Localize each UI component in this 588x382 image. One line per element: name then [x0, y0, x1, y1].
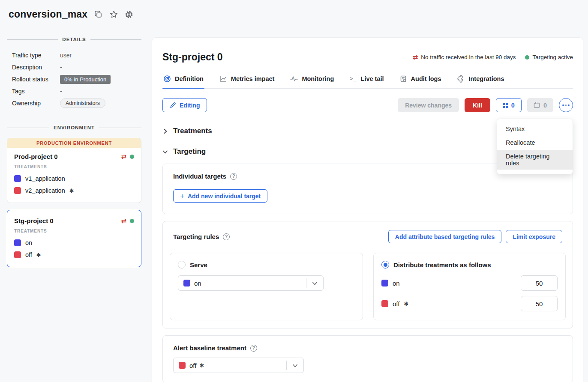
- default-treatment-icon: ✱: [199, 362, 204, 369]
- rules-count-button[interactable]: 0: [496, 98, 522, 112]
- treatment-item: on: [14, 237, 134, 249]
- treatments-heading: TREATMENTS: [14, 164, 134, 169]
- distribute-label: Distribute treatments as follows: [393, 261, 491, 269]
- details-heading: DETAILS: [7, 37, 141, 42]
- detail-row-tags: Tags -: [12, 86, 141, 97]
- add-attribute-rules-button[interactable]: Add attribute based targeting rules: [388, 230, 502, 243]
- tab-metrics-impact[interactable]: Metrics impact: [219, 75, 276, 88]
- menu-item-delete-targeting-rules[interactable]: Delete targeting rules: [497, 150, 573, 170]
- alert-baseline-select[interactable]: off ✱: [173, 358, 304, 373]
- swap-arrows-icon: ⇄: [121, 153, 126, 160]
- serve-treatment-select[interactable]: on: [178, 275, 324, 291]
- pulse-icon: [290, 76, 298, 82]
- tabbar: Definition Metrics impact Monitoring >_ …: [162, 75, 573, 89]
- treatment-color-chip: [179, 362, 186, 369]
- production-environment-banner: PRODUCTION ENVIRONMENT: [7, 138, 141, 148]
- grid-icon: [503, 103, 508, 108]
- distribute-option-panel: Distribute treatments as follows on off …: [373, 253, 566, 320]
- env-card-stg-project-0[interactable]: Stg-project 0 ⇄ TREATMENTS on off ✱: [7, 210, 141, 267]
- env-card-prod-project-0[interactable]: PRODUCTION ENVIRONMENT Prod-project 0 ⇄ …: [7, 138, 141, 203]
- details-list: Traffic type user Description - Rollout …: [7, 50, 141, 109]
- environment-detail-panel: Stg-project 0 ⇄ No traffic received in t…: [152, 38, 583, 382]
- tab-live-tail[interactable]: >_ Live tail: [349, 75, 384, 88]
- detail-row-description: Description -: [12, 62, 141, 73]
- rollout-status-badge: 0% in Production: [60, 75, 111, 84]
- gear-icon[interactable]: [124, 10, 134, 19]
- env-card-name: Stg-project 0: [14, 217, 54, 224]
- treatments-heading: TREATMENTS: [14, 229, 134, 233]
- active-status-dot: [130, 155, 134, 159]
- puzzle-icon: [457, 75, 465, 83]
- copy-icon[interactable]: [93, 10, 103, 19]
- targeting-status: Targeting active: [525, 54, 573, 60]
- more-actions-button[interactable]: [559, 98, 573, 112]
- detail-row-ownership: Ownership Administrators: [12, 98, 141, 109]
- divider: [7, 39, 58, 40]
- help-icon[interactable]: ?: [223, 233, 230, 240]
- alert-baseline-panel: Alert baseline treatment ? off ✱: [162, 335, 573, 382]
- distribute-row-on: on: [381, 275, 558, 291]
- app-header: conversion_max: [9, 9, 134, 20]
- env-card-name: Prod-project 0: [14, 153, 58, 160]
- menu-item-syntax[interactable]: Syntax: [497, 122, 573, 135]
- swap-arrows-icon: ⇄: [121, 218, 126, 224]
- menu-item-reallocate[interactable]: Reallocate: [497, 136, 573, 149]
- review-changes-button[interactable]: Review changes: [398, 98, 459, 112]
- divider: [7, 128, 49, 128]
- treatment-item: v1_application: [14, 173, 134, 185]
- divider: [90, 39, 141, 40]
- treatment-color-chip: [183, 280, 190, 286]
- help-icon[interactable]: ?: [230, 173, 237, 180]
- serve-label: Serve: [190, 261, 207, 269]
- percentage-input-on[interactable]: [521, 275, 558, 291]
- serve-radio[interactable]: [178, 261, 186, 269]
- target-icon: [163, 75, 171, 83]
- default-treatment-icon: ✱: [69, 188, 74, 194]
- divider: [99, 128, 141, 128]
- toolbar: Editing Review changes Kill 0 0: [162, 98, 573, 112]
- default-treatment-icon: ✱: [404, 301, 408, 307]
- treatment-color-chip: [14, 187, 21, 194]
- treatment-color-chip: [381, 300, 388, 307]
- flag-name-title: conversion_max: [9, 9, 87, 20]
- treatment-color-chip: [381, 280, 388, 286]
- plus-icon: +: [180, 192, 184, 200]
- chevron-down-icon: [306, 281, 323, 286]
- editing-button[interactable]: Editing: [162, 98, 207, 112]
- treatment-item: v2_application ✱: [14, 185, 134, 197]
- percentage-input-off[interactable]: [521, 296, 558, 311]
- swap-arrows-icon: ⇄: [413, 54, 418, 60]
- pencil-icon: [170, 102, 176, 108]
- targeting-rules-panel: Targeting rules ? Add attribute based ta…: [162, 221, 573, 328]
- treatment-color-chip: [14, 251, 21, 258]
- chart-icon: [219, 75, 227, 82]
- treatment-color-chip: [14, 175, 21, 182]
- detail-row-traffic-type: Traffic type user: [12, 50, 141, 61]
- distribute-radio[interactable]: [381, 261, 389, 269]
- detail-row-rollout-status: Rollout status 0% in Production: [12, 74, 141, 85]
- page-title: Stg-project 0: [162, 51, 223, 63]
- add-individual-target-button[interactable]: + Add new individual target: [173, 189, 267, 203]
- treatment-color-chip: [14, 239, 21, 246]
- tab-definition[interactable]: Definition: [162, 75, 204, 88]
- audit-log-icon: [400, 75, 407, 83]
- distribute-row-off: off ✱: [381, 296, 558, 311]
- environment-heading: ENVIRONMENT: [7, 125, 141, 130]
- limit-exposure-button[interactable]: Limit exposure: [506, 230, 562, 243]
- active-status-dot: [130, 219, 134, 223]
- more-actions-menu: Syntax Reallocate Delete targeting rules: [497, 119, 573, 174]
- star-icon[interactable]: [109, 10, 118, 19]
- tab-monitoring[interactable]: Monitoring: [289, 75, 335, 88]
- sidebar: DETAILS Traffic type user Description - …: [7, 37, 141, 274]
- tab-audit-logs[interactable]: Audit logs: [399, 75, 442, 88]
- help-icon[interactable]: ?: [250, 345, 257, 352]
- schedule-count-button[interactable]: 0: [527, 98, 553, 112]
- ownership-pill[interactable]: Administrators: [60, 98, 105, 108]
- tab-integrations[interactable]: Integrations: [456, 75, 505, 88]
- individual-targets-title: Individual targets: [173, 173, 226, 180]
- terminal-icon: >_: [350, 76, 357, 82]
- treatment-item: off ✱: [14, 249, 134, 261]
- alert-baseline-title: Alert baseline treatment: [173, 344, 246, 352]
- default-treatment-icon: ✱: [36, 252, 41, 258]
- kill-button[interactable]: Kill: [465, 98, 490, 112]
